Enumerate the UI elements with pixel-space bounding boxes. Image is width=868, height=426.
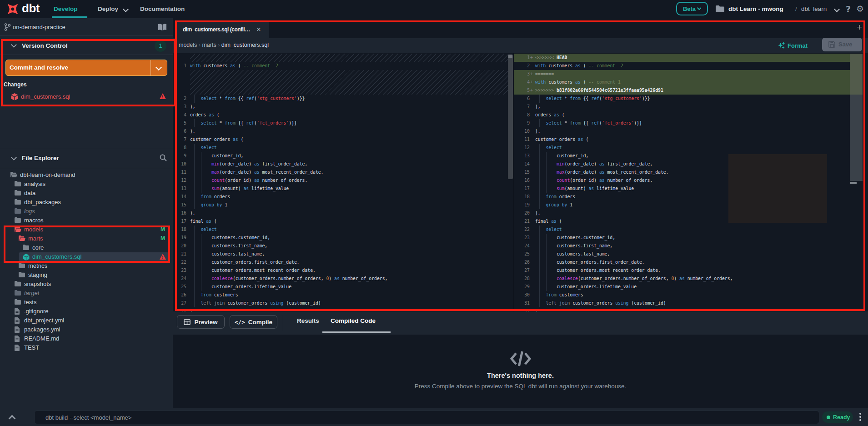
file-icon	[15, 317, 20, 324]
account-path-separator: /	[795, 5, 797, 12]
tree-item-logs[interactable]: logs	[0, 207, 173, 216]
line-number: 8	[173, 144, 186, 152]
format-button[interactable]: Format	[788, 42, 808, 49]
tree-item-staging[interactable]: staging	[0, 271, 173, 280]
pane-divider[interactable]	[513, 53, 514, 311]
right-pane-minimap-green[interactable]	[850, 54, 863, 95]
commit-and-resolve-button[interactable]: Commit and resolve	[5, 60, 167, 76]
code-right-line-5: >>>>>>> b81f802a66fd544504c65721e3ffaaa9…	[535, 86, 663, 95]
command-input[interactable]: dbt build --select <model_name>	[34, 411, 819, 424]
tree-item-dbt-packages[interactable]: dbt_packages	[0, 198, 173, 207]
tree-item-metrics[interactable]: metrics	[0, 261, 173, 271]
code-left-line-9: customer_id,	[190, 152, 243, 160]
line-number: 22	[514, 226, 530, 234]
line-number: 2	[173, 95, 186, 103]
line-number: 4	[514, 78, 530, 86]
left-pane-scrollbar[interactable]	[508, 55, 513, 179]
results-tab[interactable]: Results	[297, 317, 319, 324]
panel-collapse-chevron-icon[interactable]	[9, 415, 16, 422]
tree-item-readme-md[interactable]: README.md	[0, 334, 173, 343]
tree-item-label: core	[32, 244, 44, 251]
code-left-line-2: select * from {{ ref('stg_customers')}}	[190, 95, 305, 103]
tree-item-macros[interactable]: macros	[0, 216, 173, 225]
code-right-line-2: with customers as ( -- comment 2	[535, 62, 623, 70]
compile-button[interactable]: </> Compile	[230, 315, 277, 329]
nav-item-develop[interactable]: Develop	[54, 5, 78, 12]
line-number: 21	[514, 217, 530, 226]
status-menu-kebab-icon[interactable]	[859, 413, 861, 421]
sidebar: on-demand-practice Version Control 1 Com…	[0, 18, 173, 408]
compiled-code-tab[interactable]: Compiled Code	[331, 317, 376, 324]
tree-item-label: analysis	[24, 180, 45, 187]
code-editor[interactable]: 1with customers as ( -- comment 22 selec…	[173, 53, 868, 311]
code-left-line-17: final as (	[190, 217, 217, 226]
dbt-logo-icon[interactable]	[6, 2, 20, 16]
line-number: 14	[173, 193, 186, 201]
left-scrollbar-ruler-mark	[508, 55, 512, 58]
file-explorer-header[interactable]: File Explorer	[0, 148, 173, 168]
line-number: 24	[514, 242, 530, 250]
beta-badge[interactable]: Beta	[676, 2, 708, 15]
line-number: 9	[514, 119, 530, 127]
changed-file-row[interactable]: dim_customers.sql	[0, 92, 173, 102]
code-right-line-12: select	[535, 144, 562, 152]
code-left-line-24: coalesce(customer_orders.number_of_order…	[190, 275, 387, 283]
settings-gear-icon[interactable]: ⚙	[856, 4, 864, 14]
tree-item-dim-customers-sql[interactable]: dim_customers.sql	[0, 252, 173, 261]
new-tab-icon[interactable]: +	[857, 22, 862, 33]
branch-name[interactable]: on-demand-practice	[13, 24, 65, 30]
code-right-line-3: =======	[535, 70, 554, 78]
editor-tab-title: dim_customers.sql (confli…	[183, 26, 250, 33]
code-left-line-13: sum(amount) as lifetime_value	[190, 185, 289, 193]
line-number: 22	[173, 258, 186, 266]
line-number: 25	[514, 250, 530, 258]
file-explorer-chevron-icon	[11, 155, 17, 160]
version-control-header[interactable]: Version Control 1	[0, 36, 173, 55]
breadcrumb-item[interactable]: dim_customers.sql	[221, 42, 269, 48]
toolbar-divider	[283, 315, 283, 331]
line-number: 20	[514, 209, 530, 217]
code-right-line-21: final as (	[535, 217, 562, 226]
code-left-line-20: customers.first_name,	[190, 242, 267, 250]
code-left-line-26: from customers	[190, 291, 238, 299]
preview-button[interactable]: Preview	[177, 315, 225, 329]
nav-item-deploy[interactable]: Deploy	[98, 5, 118, 12]
nav-item-documentation[interactable]: Documentation	[140, 5, 185, 12]
editor-tab[interactable]: dim_customers.sql (confli… ✕	[175, 22, 269, 38]
code-left-line-3: ),	[190, 103, 196, 111]
line-number: 12	[173, 176, 186, 185]
tree-item-data[interactable]: data	[0, 189, 173, 198]
tree-item-core[interactable]: core	[0, 243, 173, 252]
project-name[interactable]: dbt_learn	[801, 5, 827, 12]
account-name[interactable]: dbt Learn - mwong	[728, 5, 783, 12]
right-pane-minimap[interactable]	[850, 95, 863, 181]
save-button[interactable]: Save	[822, 38, 862, 51]
tree-item-models[interactable]: modelsM	[0, 225, 173, 234]
tree-item-snapshots[interactable]: snapshots	[0, 280, 173, 289]
breadcrumb-item[interactable]: marts	[202, 42, 216, 48]
tree-item--gitignore[interactable]: .gitignore	[0, 307, 173, 316]
tree-item-marts[interactable]: martsM	[0, 234, 173, 243]
tab-close-icon[interactable]: ✕	[256, 26, 261, 33]
tree-item-dbt-learn-on-demand[interactable]: dbt-learn-on-demand	[0, 170, 173, 180]
bottom-toolbar: Preview </> Compile Results Compiled Cod…	[173, 311, 868, 335]
tree-item-tests[interactable]: tests	[0, 298, 173, 307]
line-number: 8	[514, 111, 530, 119]
code-right-line-6: select * from {{ ref('stg_customers')}}	[535, 95, 650, 103]
diff-plus-marker: +	[530, 54, 533, 62]
tree-item-analysis[interactable]: analysis	[0, 180, 173, 189]
code-left-line-22: customer_orders.first_order_date,	[190, 258, 300, 266]
tree-item-packages-yml[interactable]: packages.yml	[0, 325, 173, 334]
tree-item-test[interactable]: TEST	[0, 343, 173, 352]
line-number: 18	[173, 226, 186, 234]
tree-item-label: dim_customers.sql	[32, 253, 81, 260]
commit-dropdown-chevron-icon[interactable]	[156, 64, 162, 70]
line-number: 1	[514, 54, 530, 62]
breadcrumb-item[interactable]: models	[179, 42, 197, 48]
search-icon[interactable]	[160, 154, 167, 161]
help-icon[interactable]: ?	[846, 4, 851, 14]
tree-item-dbt-project-yml[interactable]: dbt_project.yml	[0, 316, 173, 325]
project-chevron-icon[interactable]	[834, 6, 840, 12]
tree-item-target[interactable]: target	[0, 289, 173, 298]
docs-book-icon[interactable]	[158, 24, 167, 31]
